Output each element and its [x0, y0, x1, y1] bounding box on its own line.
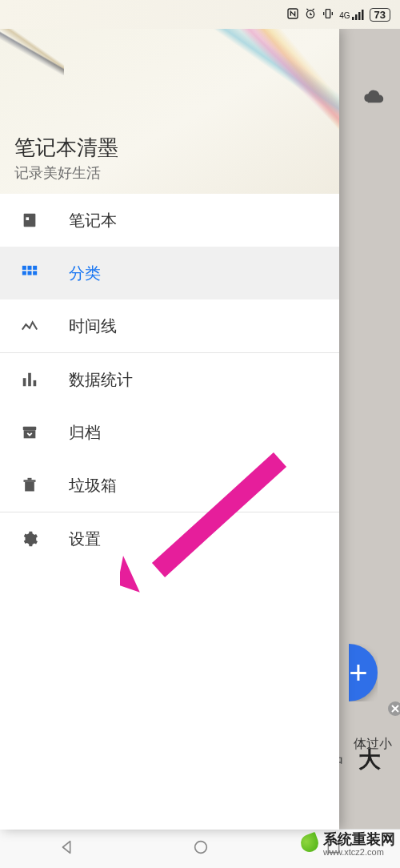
svg-point-26 — [195, 842, 207, 854]
svg-rect-17 — [28, 373, 31, 387]
cloud-icon[interactable] — [362, 88, 386, 109]
svg-rect-4 — [355, 14, 358, 20]
svg-rect-12 — [33, 266, 37, 270]
svg-rect-13 — [22, 271, 26, 275]
drawer-item-label: 分类 — [69, 263, 101, 284]
svg-rect-15 — [33, 271, 37, 275]
archive-icon — [18, 424, 42, 441]
home-button[interactable] — [192, 838, 210, 859]
svg-rect-3 — [352, 17, 354, 20]
svg-rect-2 — [326, 9, 330, 18]
status-bar: 4G 73 — [0, 0, 400, 29]
watermark: 系统重装网 www.xtcz2.com — [296, 828, 400, 858]
notebook-icon — [18, 211, 42, 229]
grid-icon — [18, 264, 42, 282]
svg-rect-22 — [24, 480, 36, 482]
trash-icon — [18, 476, 42, 494]
svg-point-7 — [388, 701, 400, 716]
settings-icon — [18, 530, 42, 548]
drawer-item-label: 归档 — [69, 422, 101, 444]
vibrate-icon — [322, 7, 334, 22]
drawer-item-label: 垃圾箱 — [69, 475, 117, 496]
drawer-header: 笔记本清墨 记录美好生活 — [0, 29, 339, 194]
svg-rect-10 — [22, 266, 26, 270]
leaf-icon — [298, 832, 321, 854]
navigation-drawer: 笔记本清墨 记录美好生活 笔记本 分类 时间线 — [0, 29, 339, 830]
timeline-icon — [18, 317, 42, 335]
svg-rect-8 — [24, 214, 36, 227]
app-subtitle: 记录美好生活 — [14, 163, 325, 183]
drawer-item-archive[interactable]: 归档 — [0, 406, 339, 459]
svg-rect-20 — [24, 430, 36, 438]
battery-indicator: 73 — [370, 8, 390, 22]
font-large-option[interactable]: 大 — [358, 745, 381, 775]
nfc-icon — [286, 7, 299, 22]
watermark-title: 系统重装网 — [323, 830, 395, 849]
svg-rect-5 — [358, 12, 361, 20]
alarm-icon — [304, 7, 317, 22]
drawer-item-label: 设置 — [69, 528, 101, 550]
svg-rect-23 — [28, 478, 32, 480]
drawer-item-label: 时间线 — [69, 315, 117, 337]
svg-rect-11 — [27, 266, 31, 270]
svg-rect-21 — [25, 482, 34, 492]
stats-icon — [18, 371, 42, 388]
svg-rect-18 — [34, 380, 37, 386]
drawer-menu: 笔记本 分类 时间线 数据统计 — [0, 194, 339, 565]
plus-icon: + — [349, 655, 367, 691]
svg-rect-14 — [27, 271, 31, 275]
drawer-item-stats[interactable]: 数据统计 — [0, 353, 339, 406]
svg-rect-19 — [23, 427, 37, 431]
svg-rect-9 — [26, 217, 29, 220]
drawer-item-label: 笔记本 — [69, 210, 117, 231]
drawer-item-timeline[interactable]: 时间线 — [0, 299, 339, 352]
svg-rect-6 — [362, 10, 364, 20]
drawer-item-settings[interactable]: 设置 — [0, 512, 339, 565]
close-icon[interactable] — [387, 701, 400, 720]
drawer-item-trash[interactable]: 垃圾箱 — [0, 459, 339, 512]
svg-rect-16 — [23, 378, 26, 386]
signal-icon: 4G — [339, 9, 364, 20]
app-title: 笔记本清墨 — [14, 134, 325, 162]
drawer-item-categories[interactable]: 分类 — [0, 247, 339, 299]
drawer-item-label: 数据统计 — [69, 369, 133, 391]
back-button[interactable] — [58, 838, 76, 859]
drawer-item-notebook[interactable]: 笔记本 — [0, 194, 339, 247]
